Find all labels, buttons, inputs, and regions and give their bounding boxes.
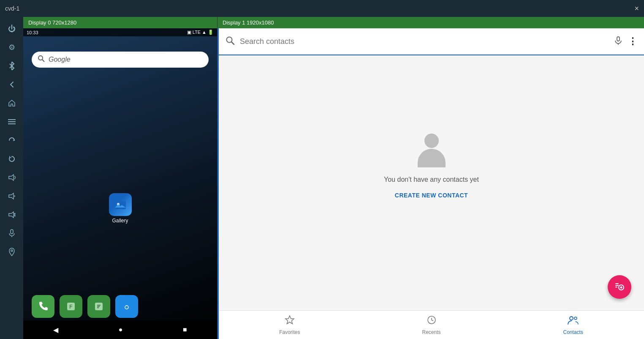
empty-avatar-illustration: [415, 134, 448, 167]
svg-line-22: [231, 42, 234, 44]
display0-header: Display 0 720x1280: [23, 17, 217, 28]
svg-marker-4: [9, 193, 14, 199]
contacts-bottom-nav: Favorites Recents: [219, 310, 644, 339]
notification-icon: ▣: [187, 30, 191, 35]
phone-search-icon: [38, 55, 45, 64]
fab-add-contact[interactable]: [608, 275, 631, 299]
phone-home-button[interactable]: ●: [119, 326, 123, 334]
phone-nav-bar: ◀ ● ■: [23, 320, 217, 339]
contacts-search-icon: [226, 36, 235, 47]
display1-panel: Display 1 1920x1080: [217, 17, 644, 339]
phone-app-icon[interactable]: [32, 295, 54, 318]
recents-label: Recents: [422, 329, 440, 335]
create-new-contact-button[interactable]: CREATE NEW CONTACT: [395, 192, 468, 199]
svg-point-33: [570, 317, 573, 320]
phone-search-bar[interactable]: Google: [32, 52, 209, 68]
contacts-search-bar[interactable]: ⋮: [219, 28, 644, 55]
displays-row: Display 0 720x1280 10:33 ▣ LTE ▲ 🔋: [23, 17, 644, 339]
rotate-icon[interactable]: [3, 132, 20, 149]
phone-bottom-tray: F: [32, 295, 209, 318]
phone-back-button[interactable]: ◀: [53, 326, 58, 334]
phone-background: [23, 28, 217, 339]
no-contacts-message: You don't have any contacts yet: [384, 176, 479, 183]
contacts-empty-state: You don't have any contacts yet CREATE N…: [219, 55, 644, 310]
svg-rect-27: [615, 287, 617, 287]
contacts-tab-icon: [567, 315, 579, 328]
svg-text:F: F: [69, 304, 72, 310]
status-time: 10:33: [27, 30, 38, 35]
phone-status-bar: 10:33 ▣ LTE ▲ 🔋: [23, 28, 217, 36]
svg-point-34: [574, 317, 577, 320]
location-icon[interactable]: [3, 243, 20, 260]
svg-point-10: [11, 250, 13, 252]
main-area: ⏻ ⚙: [0, 17, 644, 339]
home-icon[interactable]: [3, 95, 20, 112]
volume-up-icon[interactable]: [3, 169, 20, 186]
recents-icon: [427, 315, 437, 328]
contacts-tab-label: Contacts: [563, 329, 583, 335]
svg-rect-13: [115, 201, 126, 209]
bluetooth-icon[interactable]: [3, 57, 20, 74]
avatar-body: [418, 149, 446, 167]
contacts-app: ⋮ You don't have any contacts yet CREATE…: [217, 28, 644, 339]
apk-app-icon[interactable]: [87, 295, 110, 318]
svg-rect-26: [615, 285, 619, 286]
window-title: cvd-1: [5, 5, 19, 12]
contacts-overflow-menu-icon[interactable]: ⋮: [628, 37, 637, 46]
displays-area: Display 0 720x1280 10:33 ▣ LTE ▲ 🔋: [23, 17, 644, 339]
svg-marker-3: [9, 175, 14, 180]
gallery-app-icon[interactable]: Gallery: [109, 193, 132, 224]
phone-recents-button[interactable]: ■: [183, 326, 187, 334]
recents-tab[interactable]: Recents: [361, 312, 503, 339]
refresh-icon[interactable]: [3, 150, 20, 167]
display1-header: Display 1 1920x1080: [217, 17, 644, 28]
svg-point-11: [38, 56, 43, 60]
close-button[interactable]: ×: [634, 4, 639, 13]
sidebar: ⏻ ⚙: [0, 17, 23, 339]
favorites-label: Favorites: [279, 329, 300, 335]
gallery-icon: [109, 193, 132, 216]
avatar-head: [424, 134, 439, 148]
battery-icon: LTE ▲ 🔋: [193, 30, 214, 35]
phone-screen[interactable]: 10:33 ▣ LTE ▲ 🔋: [23, 28, 217, 339]
svg-rect-20: [125, 303, 128, 304]
svg-rect-25: [615, 283, 619, 284]
svg-rect-8: [11, 230, 13, 234]
camera-app-icon[interactable]: [115, 295, 138, 318]
favorites-tab[interactable]: Favorites: [219, 312, 361, 339]
svg-rect-23: [617, 37, 620, 41]
svg-line-12: [42, 60, 44, 62]
back-icon[interactable]: [3, 76, 20, 93]
contacts-search-input[interactable]: [240, 37, 609, 46]
power-icon[interactable]: ⏻: [3, 20, 20, 37]
svg-rect-18: [122, 304, 131, 311]
voice-search-icon[interactable]: [614, 36, 623, 47]
volume-down-icon[interactable]: [3, 188, 20, 205]
settings-icon[interactable]: ⚙: [3, 39, 20, 56]
svg-marker-5: [9, 212, 14, 218]
gallery-label: Gallery: [112, 218, 128, 224]
mute-icon[interactable]: [3, 206, 20, 223]
phone-search-placeholder: Google: [49, 56, 71, 63]
mic-icon[interactable]: [3, 225, 20, 242]
contacts-tab[interactable]: Contacts: [502, 312, 644, 339]
fdroid-app-icon[interactable]: F: [60, 295, 82, 318]
favorites-icon: [285, 315, 295, 328]
svg-marker-31: [285, 316, 294, 324]
title-bar: cvd-1 ×: [0, 0, 644, 17]
status-icons: ▣ LTE ▲ 🔋: [187, 30, 214, 35]
menu-icon[interactable]: [3, 113, 20, 130]
display0-panel: Display 0 720x1280 10:33 ▣ LTE ▲ 🔋: [23, 17, 217, 339]
